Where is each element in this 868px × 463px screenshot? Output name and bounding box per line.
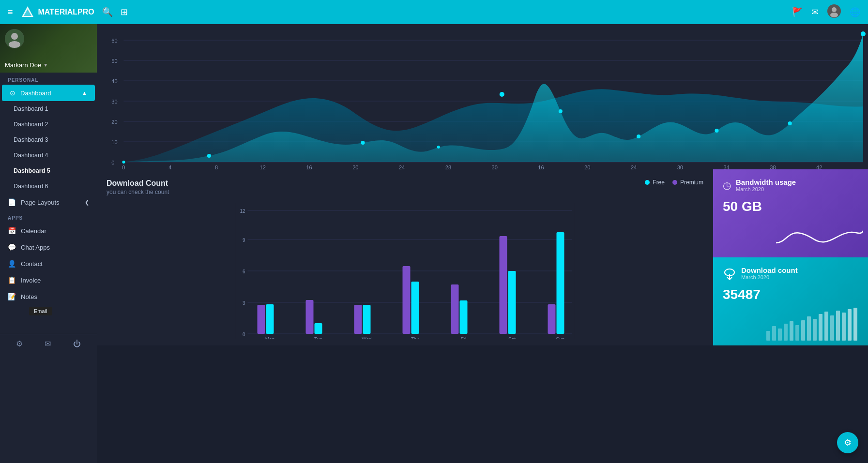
svg-rect-93 (824, 312, 828, 341)
sidebar-item-dashboard2[interactable]: Dashboard 2 (0, 117, 97, 132)
invoice-icon: 📋 (8, 276, 16, 284)
svg-text:40: 40 (111, 78, 117, 84)
user-avatar-icon[interactable] (827, 4, 841, 20)
svg-text:Sun: Sun (556, 337, 565, 339)
bottom-panels: Download Count you can check the count F… (97, 169, 868, 345)
svg-text:16: 16 (538, 164, 544, 169)
svg-text:20: 20 (584, 164, 590, 169)
page-layouts-icon: 📄 (8, 198, 16, 206)
svg-point-4 (830, 13, 838, 17)
mail-bottom-icon[interactable]: ✉ (45, 339, 51, 348)
topnav: ≡ MATERIALPRO 🔍 ⊞ 🚩 ✉ 🌐 (0, 0, 868, 24)
svg-rect-86 (784, 324, 788, 341)
dashboard-submenu: Dashboard 1 Dashboard 2 Dashboard 3 Dash… (0, 101, 97, 194)
avatar (5, 29, 24, 48)
svg-text:10: 10 (111, 139, 117, 145)
svg-text:Mon: Mon (265, 337, 274, 339)
svg-rect-66 (354, 305, 362, 334)
fab-button[interactable]: ⚙ (837, 432, 858, 453)
download-mini-bar-svg (766, 307, 863, 341)
download-cloud-icon (723, 267, 736, 280)
sidebar-item-notes[interactable]: 📝 Notes Email (0, 288, 97, 305)
bandwidth-icon: ◷ (723, 179, 731, 191)
mail-icon[interactable]: ✉ (811, 7, 819, 17)
sidebar-item-chat-apps[interactable]: 💬 Chat Apps (0, 239, 97, 255)
svg-rect-87 (790, 321, 793, 341)
sidebar-item-dashboard[interactable]: ⊙ Dashboard ▲ (2, 85, 95, 101)
svg-rect-89 (801, 320, 805, 341)
bandwidth-header: ◷ Bandwidth usage March 2020 (723, 178, 858, 192)
bandwidth-wave-svg (776, 224, 863, 253)
sidebar-item-page-layouts[interactable]: 📄 Page Layouts ❮ (0, 194, 97, 210)
download-header: Download count March 2020 (723, 266, 858, 280)
svg-rect-88 (795, 325, 799, 341)
sidebar-item-dashboard6[interactable]: Dashboard 6 (0, 179, 97, 194)
svg-point-44 (788, 121, 792, 125)
sidebar-item-dashboard1[interactable]: Dashboard 1 (0, 101, 97, 117)
svg-rect-63 (306, 300, 314, 334)
area-chart-svg: 0 10 20 30 40 50 60 0 4 8 12 (97, 24, 868, 169)
svg-point-40 (361, 141, 365, 145)
svg-rect-84 (772, 326, 776, 341)
brand-logo-icon (21, 5, 34, 19)
power-bottom-icon[interactable]: ⏻ (73, 340, 81, 348)
profile-name-row[interactable]: Markarn Doe ▼ (0, 61, 97, 69)
svg-text:28: 28 (445, 164, 451, 169)
bandwidth-date: March 2020 (736, 186, 796, 192)
sidebar-item-contact[interactable]: 👤 Contact (0, 255, 97, 272)
svg-point-42 (637, 134, 640, 138)
bandwidth-value: 50 GB (723, 199, 858, 214)
svg-rect-85 (778, 329, 782, 341)
sidebar-bottom-bar: ⚙ ✉ ⏻ (0, 334, 97, 353)
main-content: 0 10 20 30 40 50 60 0 4 8 12 (97, 24, 868, 463)
svg-rect-61 (266, 304, 274, 334)
svg-text:Fri: Fri (461, 337, 467, 339)
legend-free-dot (645, 180, 650, 185)
svg-rect-67 (363, 305, 371, 334)
settings-bottom-icon[interactable]: ⚙ (16, 339, 23, 348)
grid-icon[interactable]: ⊞ (121, 7, 128, 17)
svg-rect-96 (842, 313, 846, 341)
svg-text:0: 0 (243, 332, 245, 337)
svg-rect-98 (853, 308, 857, 341)
bandwidth-title: Bandwidth usage (736, 178, 796, 186)
svg-text:6: 6 (243, 269, 245, 274)
svg-text:9: 9 (243, 238, 245, 243)
sidebar-item-dashboard4[interactable]: Dashboard 4 (0, 148, 97, 163)
sidebar-item-dashboard5[interactable]: Dashboard 5 (0, 163, 97, 179)
svg-text:50: 50 (111, 58, 117, 64)
sidebar-item-dashboard3[interactable]: Dashboard 3 (0, 132, 97, 148)
svg-text:20: 20 (352, 164, 358, 169)
chevron-up-icon: ▲ (82, 90, 87, 96)
svg-text:24: 24 (631, 164, 637, 169)
svg-text:34: 34 (723, 164, 729, 169)
sidebar: Markarn Doe ▼ PERSONAL ⊙ Dashboard ▲ Das… (0, 24, 97, 463)
notes-icon: 📝 (8, 293, 16, 300)
contact-icon: 👤 (8, 260, 16, 268)
svg-rect-95 (836, 311, 840, 341)
svg-rect-97 (848, 309, 852, 341)
svg-rect-76 (508, 271, 516, 334)
sidebar-item-invoice[interactable]: 📋 Invoice (0, 272, 97, 288)
flag-icon[interactable]: 🚩 (792, 7, 803, 17)
bar-chart-svg: 0 3 6 9 12 Mon (107, 203, 703, 339)
svg-point-7 (9, 41, 20, 48)
section-apps-label: APPS (0, 210, 97, 223)
svg-rect-90 (807, 316, 811, 341)
download-count-title: Download Count (107, 179, 169, 188)
world-icon[interactable]: 🌐 (850, 7, 860, 17)
svg-text:8: 8 (215, 164, 218, 169)
chat-icon: 💬 (8, 243, 16, 251)
svg-text:Sat: Sat (508, 337, 516, 339)
search-icon[interactable]: 🔍 (102, 7, 113, 17)
download-legend: Free Premium (645, 179, 703, 186)
svg-text:4: 4 (168, 164, 171, 169)
sidebar-item-calendar[interactable]: 📅 Calendar (0, 223, 97, 239)
svg-rect-75 (500, 236, 507, 334)
svg-rect-94 (830, 315, 834, 341)
area-chart-section: 0 10 20 30 40 50 60 0 4 8 12 (97, 24, 868, 169)
menu-icon[interactable]: ≡ (8, 7, 13, 17)
section-personal-label: PERSONAL (0, 73, 97, 85)
brand: MATERIALPRO (21, 5, 94, 19)
download-panel: Download count March 2020 35487 (713, 257, 868, 345)
